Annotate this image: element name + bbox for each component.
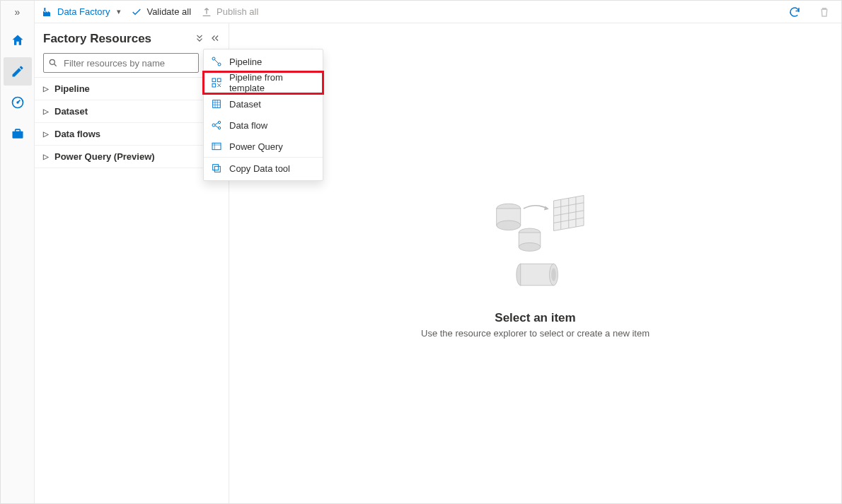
rail-manage-button[interactable] — [4, 119, 32, 148]
home-icon — [11, 33, 25, 47]
publish-label: Publish all — [217, 6, 258, 17]
discard-button — [814, 2, 834, 22]
tree-label: Pipeline — [54, 83, 90, 94]
gauge-icon — [11, 95, 25, 110]
pencil-icon — [11, 64, 25, 78]
menu-item-dataset[interactable]: Dataset — [204, 93, 323, 115]
svg-rect-14 — [212, 143, 221, 149]
collapse-panel-button[interactable] — [210, 33, 220, 45]
search-icon — [48, 58, 58, 68]
empty-illustration — [475, 188, 596, 301]
main-area: Data Factory ▾ Validate all Publish all — [35, 1, 841, 503]
svg-rect-10 — [213, 100, 221, 108]
caret-right-icon: ▷ — [43, 107, 49, 115]
menu-item-copy-data-tool[interactable]: Copy Data tool — [204, 158, 323, 179]
breadcrumb-label: Data Factory — [57, 6, 110, 17]
svg-point-4 — [50, 59, 54, 64]
powerquery-icon — [211, 141, 222, 152]
expand-rail-button[interactable]: » — [4, 4, 32, 20]
refresh-button[interactable] — [785, 2, 804, 22]
menu-label: Copy Data tool — [229, 163, 290, 174]
breadcrumb[interactable]: Data Factory ▾ — [42, 6, 121, 18]
search-input[interactable] — [62, 57, 194, 69]
check-icon — [131, 6, 142, 18]
menu-label: Pipeline — [229, 57, 262, 67]
caret-right-icon: ▷ — [43, 153, 49, 160]
menu-label: Pipeline from template — [229, 72, 316, 93]
refresh-icon — [788, 6, 801, 18]
tree-item-dataset[interactable]: ▷ Dataset — [35, 100, 229, 123]
menu-item-pipeline-from-template[interactable]: Pipeline from template — [204, 72, 323, 93]
trash-icon — [818, 6, 831, 18]
svg-rect-8 — [217, 78, 221, 82]
double-chevron-left-icon — [210, 33, 220, 43]
svg-rect-15 — [214, 166, 220, 172]
pipeline-icon — [211, 56, 222, 67]
svg-point-19 — [496, 221, 520, 230]
svg-point-13 — [218, 127, 220, 129]
svg-point-1 — [16, 101, 18, 103]
tree-item-dataflows[interactable]: ▷ Data flows — [35, 123, 229, 146]
sidebar-title: Factory Resources — [43, 32, 195, 46]
tree-label: Power Query (Preview) — [54, 151, 155, 162]
rail-monitor-button[interactable] — [4, 88, 32, 117]
rail-author-button[interactable] — [4, 57, 32, 86]
svg-point-12 — [218, 121, 220, 123]
svg-point-11 — [212, 124, 215, 127]
collapse-all-button[interactable] — [195, 33, 204, 45]
chevron-down-icon: ▾ — [117, 7, 121, 16]
menu-item-powerquery[interactable]: Power Query — [204, 136, 323, 157]
empty-subtitle: Use the resource explorer to select or c… — [421, 328, 650, 339]
menu-item-dataflow[interactable]: Data flow — [204, 115, 323, 136]
double-chevron-down-icon — [195, 33, 204, 43]
tree-label: Data flows — [54, 129, 100, 139]
menu-label: Dataset — [229, 99, 261, 110]
dataset-icon — [211, 98, 222, 110]
copy-icon — [211, 163, 222, 174]
menu-item-pipeline[interactable]: Pipeline — [204, 51, 323, 72]
left-rail: » — [1, 1, 35, 503]
tree-item-pipeline[interactable]: ▷ Pipeline — [35, 78, 229, 100]
publish-all-button: Publish all — [201, 6, 258, 18]
tree-label: Dataset — [54, 106, 88, 117]
svg-rect-25 — [520, 264, 553, 286]
svg-point-27 — [551, 268, 556, 281]
menu-label: Data flow — [229, 120, 267, 131]
svg-rect-3 — [15, 129, 20, 131]
upload-icon — [201, 6, 212, 18]
tree-item-powerquery[interactable]: ▷ Power Query (Preview) — [35, 146, 229, 168]
template-icon — [211, 77, 222, 88]
add-resource-menu: Pipeline Pipeline from template Dataset … — [203, 49, 323, 181]
svg-rect-9 — [212, 83, 216, 87]
svg-rect-7 — [212, 78, 216, 82]
resource-sidebar: Factory Resources — [35, 23, 229, 503]
top-toolbar: Data Factory ▾ Validate all Publish all — [35, 1, 841, 23]
resource-search-box[interactable] — [43, 53, 199, 73]
resource-tree: ▷ Pipeline ▷ Dataset ▷ Data flows ▷ Powe… — [35, 77, 229, 168]
svg-rect-16 — [213, 165, 219, 170]
factory-icon — [42, 6, 53, 18]
svg-point-23 — [519, 242, 541, 251]
rail-home-button[interactable] — [4, 26, 32, 54]
menu-label: Power Query — [229, 141, 283, 152]
toolbox-icon — [11, 127, 25, 141]
caret-right-icon: ▷ — [43, 130, 49, 138]
validate-all-button[interactable]: Validate all — [131, 6, 191, 18]
empty-title: Select an item — [495, 311, 575, 325]
caret-right-icon: ▷ — [43, 85, 49, 93]
validate-label: Validate all — [146, 6, 191, 17]
body-split: Factory Resources — [35, 23, 841, 503]
dataflow-icon — [211, 119, 222, 131]
